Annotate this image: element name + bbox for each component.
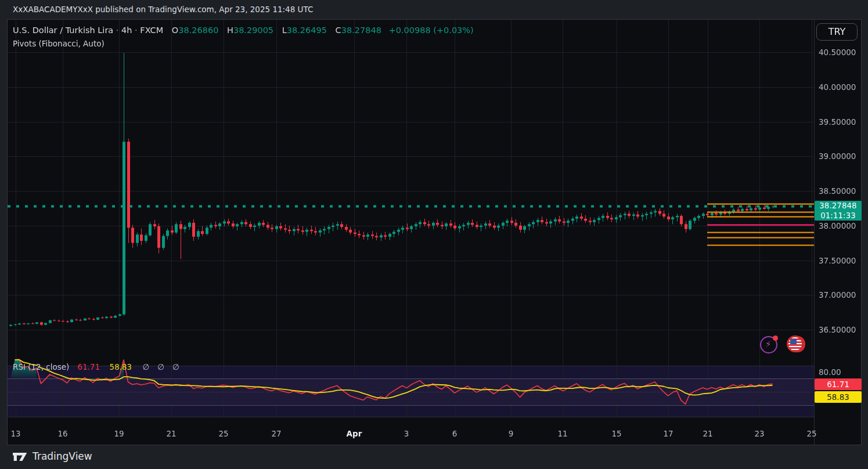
bottom-bar: TradingView	[0, 445, 868, 469]
exchange-label: FXCM	[140, 26, 163, 35]
publish-bar: XxXABACADEMYXxX published on TradingView…	[0, 0, 868, 19]
price-axis-label: 38.50000	[819, 186, 856, 196]
time-axis-label: 16	[57, 429, 67, 438]
time-axis-label: 6	[452, 429, 458, 438]
time-axis-label: 17	[663, 429, 673, 438]
close-label: C	[336, 26, 341, 35]
price-axis-label: 39.50000	[819, 117, 856, 127]
rsi-value: 61.71	[78, 362, 100, 371]
time-axis-label: 27	[271, 429, 281, 438]
time-axis-label: 21	[166, 429, 176, 438]
us-flag	[787, 335, 804, 352]
time-axis-label: 19	[114, 429, 124, 438]
time-axis-label: 25	[806, 429, 816, 438]
notification-dot	[773, 335, 778, 341]
rsi-title: RSI	[13, 362, 26, 371]
change-value: +0.00988 (+0.03%)	[389, 26, 474, 35]
price-axis-label: 39.00000	[819, 151, 856, 161]
indicator-title[interactable]: Pivots (Fibonacci, Auto)	[13, 39, 105, 48]
rsi-params: (12, close)	[28, 362, 69, 371]
time-axis-label: Apr	[347, 429, 362, 438]
rsi-hidden-value: ∅	[172, 362, 179, 371]
time-axis-label: 9	[509, 429, 514, 438]
rsi-smooth-value: 58.83	[110, 362, 132, 371]
rsi-empty-values: ∅∅∅	[135, 362, 179, 371]
rsi-header[interactable]: RSI (12, close) 61.71 58.83 ∅∅∅	[13, 362, 179, 371]
price-axis-label: 37.00000	[819, 290, 856, 300]
tradingview-logo-icon[interactable]	[13, 450, 28, 463]
price-axis-label: 36.50000	[819, 325, 856, 334]
time-axis-label: 25	[218, 429, 228, 438]
open-label: O	[172, 26, 178, 35]
rsi-ma-badge: 58.83	[815, 391, 862, 403]
open-value: 38.26860	[178, 26, 218, 35]
price-axis-label: 37.50000	[819, 256, 856, 265]
low-label: L	[282, 26, 287, 35]
price-axis-label: 38.00000	[819, 221, 856, 230]
publish-text: XxXABACADEMYXxX published on TradingView…	[13, 5, 313, 14]
rsi-hidden-value: ∅	[157, 362, 164, 371]
low-value: 38.26495	[287, 26, 327, 35]
symbol-title[interactable]: U.S. Dollar / Turkish Lira	[13, 26, 113, 35]
time-axis-label: 11	[557, 429, 567, 438]
currency-button[interactable]: TRY	[816, 23, 858, 41]
interval-label[interactable]: 4h	[121, 26, 132, 35]
time-axis-label: 3	[404, 429, 409, 438]
time-axis-label: 21	[703, 429, 712, 438]
last-price-badge: 38.27848 01:11:33	[815, 201, 862, 221]
time-axis-label: 23	[754, 429, 764, 438]
high-label: H	[227, 26, 233, 35]
tradingview-logo-text[interactable]: TradingView	[33, 450, 92, 462]
rsi-hidden-value: ∅	[143, 362, 150, 371]
bar-countdown: 01:11:33	[815, 211, 862, 221]
chart-canvas[interactable]	[0, 0, 868, 469]
last-price-value: 38.27848	[815, 201, 862, 211]
rsi-badge: 61.71	[815, 378, 862, 390]
high-value: 38.29005	[233, 26, 273, 35]
us-economic-events-icon[interactable]	[787, 335, 805, 354]
symbol-header: U.S. Dollar / Turkish Lira · 4h · FXCM O…	[13, 26, 474, 36]
price-axis-label: 40.00000	[819, 82, 856, 92]
close-value: 38.27848	[341, 26, 381, 35]
time-axis-label: 13	[10, 429, 20, 438]
price-axis-label: 40.50000	[819, 48, 856, 57]
bolt-glyph: ⚡	[765, 339, 772, 349]
time-axis-label: 15	[611, 429, 621, 438]
rsi-axis-label: 80.00	[819, 367, 841, 377]
lightning-events-icon[interactable]: ⚡	[760, 336, 777, 353]
